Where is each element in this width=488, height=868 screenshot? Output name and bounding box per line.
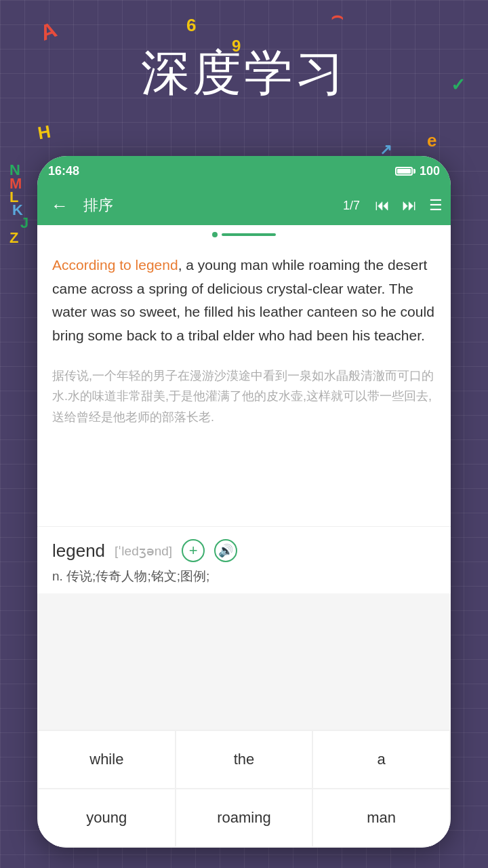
add-word-button[interactable]: + (182, 539, 205, 562)
float-6: 6 (186, 15, 196, 36)
answer-while[interactable]: while (39, 731, 175, 788)
answer-roaming[interactable]: roaming (176, 789, 312, 846)
status-right: 100 (395, 164, 440, 178)
word-phonetic: [ˈledʒənd] (115, 543, 172, 559)
word-main: legend (52, 540, 105, 561)
nav-icons: ⏮ ⏭ ☰ (375, 197, 443, 214)
battery-icon (395, 167, 415, 176)
answer-grid: while the a young roaming man (37, 730, 451, 848)
word-definition: n. 传说;传奇人物;铭文;图例; (52, 568, 436, 585)
sound-icon: 🔊 (218, 543, 233, 558)
app-title-area: 深度学习 (0, 41, 488, 106)
word-section: legend [ˈledʒənd] + 🔊 n. 传说;传奇人物;铭文;图例; (37, 526, 451, 593)
content-area: According to legend, a young man while r… (37, 241, 451, 526)
nav-bar: ← 排序 1/7 ⏮ ⏭ ☰ (37, 186, 451, 225)
add-icon: + (189, 542, 198, 559)
nav-title: 排序 (81, 195, 336, 216)
highlighted-phrase: According to legend (52, 257, 178, 273)
float-e: e (427, 130, 436, 151)
battery-fill (397, 169, 411, 174)
translation-text: 据传说,一个年轻的男子在漫游沙漠途中看到一泉如水晶般清澈而可口的水.水的味道非常… (52, 359, 436, 428)
battery-level: 100 (420, 164, 440, 178)
battery-tip (413, 169, 415, 174)
dot-line (222, 233, 276, 236)
status-time: 16:48 (48, 164, 79, 178)
nav-counter: 1/7 (343, 199, 360, 213)
answer-young[interactable]: young (39, 789, 175, 846)
answer-man[interactable]: man (313, 789, 449, 846)
float-J: J (20, 214, 28, 232)
phone-frame: 16:48 100 ← 排序 1/7 ⏮ ⏭ ☰ According to le… (37, 156, 451, 848)
app-title: 深度学习 (0, 41, 488, 106)
answer-the[interactable]: the (176, 731, 312, 788)
passage-text: According to legend, a young man while r… (52, 254, 436, 348)
float-arc: ⌢ (331, 5, 343, 28)
status-bar: 16:48 100 (37, 156, 451, 186)
sound-button[interactable]: 🔊 (214, 539, 237, 562)
back-button[interactable]: ← (45, 193, 74, 219)
next-icon[interactable]: ⏭ (402, 197, 417, 214)
menu-icon[interactable]: ☰ (429, 197, 443, 214)
word-row: legend [ˈledʒənd] + 🔊 (52, 539, 436, 562)
float-Z: Z (9, 229, 18, 247)
dot-active (212, 232, 218, 237)
prev-icon[interactable]: ⏮ (375, 197, 390, 214)
float-H: H (36, 121, 52, 144)
battery-body (395, 167, 413, 176)
pagination (37, 225, 451, 241)
answer-a[interactable]: a (313, 731, 449, 788)
